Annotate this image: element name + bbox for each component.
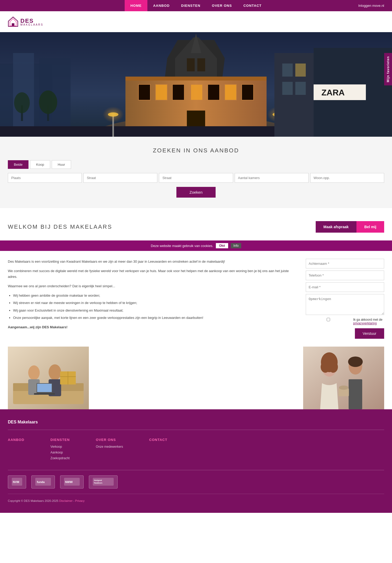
footer-link-aankoop[interactable]: Aankoop <box>50 451 70 454</box>
privacy-link[interactable]: privacyverklaring <box>353 321 377 325</box>
footer-col-contact: CONTACT <box>149 438 168 462</box>
bold-closing: Aangenaam...wij zijn DES Makelaars! <box>8 324 298 330</box>
straat-input-2[interactable] <box>159 173 233 183</box>
svg-point-59 <box>328 361 338 373</box>
footer-heading-aanbod: AANBOD <box>8 438 24 442</box>
svg-rect-40 <box>282 82 293 95</box>
top-navigation: HOME AANBOD DIENSTEN OVER ONS CONTACT In… <box>0 0 392 11</box>
footer-col-over-ons: OVER ONS Onze medewerkers <box>96 438 123 462</box>
kamers-input[interactable] <box>235 173 309 183</box>
email-field[interactable] <box>306 282 384 292</box>
cookie-banner: Deze website maakt gebruik van cookies. … <box>0 240 392 251</box>
welcome-buttons: Maak afspraak Bel mij <box>316 221 384 233</box>
hero-illustration: ZARA <box>0 32 392 137</box>
list-item-1: Wij hebben geen ambitie de grootste make… <box>13 293 298 298</box>
svg-rect-19 <box>155 84 167 100</box>
footer-link-medewerkers[interactable]: Onze medewerkers <box>96 445 123 449</box>
footer-links: AANBOD DIENSTEN Verkoop Aankoop Zoekopdr… <box>8 438 384 462</box>
svg-rect-24 <box>242 84 253 100</box>
achternaam-field[interactable] <box>306 259 384 268</box>
couple-sitting-image <box>8 347 89 409</box>
footer-heading-over-ons: OVER ONS <box>96 438 123 442</box>
hero-section: ZARA Mijn favorieten <box>0 32 392 137</box>
search-title: ZOEKEN IN ONS AANBOD <box>8 147 384 154</box>
images-section <box>0 347 392 409</box>
svg-point-45 <box>28 365 40 380</box>
footer-divider <box>8 430 384 430</box>
filter-beide[interactable]: Beide <box>8 160 28 169</box>
welcome-section: WELKOM BIJ DES MAKELAARS Maak afspraak B… <box>0 208 392 240</box>
logo-icon <box>8 16 18 27</box>
login-link[interactable]: Inloggen move.nl <box>358 4 384 8</box>
list-item-4: Onze persoonlijke aanpak, met korte lijn… <box>13 315 298 321</box>
list-item-3: Wij gaan voor Exclusiviteit in onze dien… <box>13 308 298 313</box>
svg-rect-71 <box>93 478 114 486</box>
bel-mij-button[interactable]: Bel mij <box>356 221 384 233</box>
svg-rect-54 <box>34 393 55 395</box>
logo-sub: MAKELAARS <box>20 23 43 26</box>
svg-text:funda: funda <box>37 480 45 484</box>
footer-link-verkoop[interactable]: Verkoop <box>50 445 70 449</box>
footer-logos: NVM funda NWWI Vastgoed Taxateurs <box>8 470 384 489</box>
nvm-logo: NVM <box>8 475 26 489</box>
svg-text:Taxateurs: Taxateurs <box>94 482 102 484</box>
plaats-input[interactable] <box>8 173 82 183</box>
svg-point-62 <box>348 357 363 367</box>
privacy-footer-link[interactable]: Privacy <box>75 499 85 502</box>
svg-rect-55 <box>303 347 384 409</box>
svg-text:NVM: NVM <box>13 480 19 484</box>
opmerkingen-field[interactable] <box>306 294 384 315</box>
hero-background: ZARA <box>0 32 392 137</box>
footer-brand: DES Makelaars <box>8 420 384 424</box>
svg-text:NWWI: NWWI <box>65 481 73 484</box>
search-inputs <box>8 173 384 183</box>
svg-rect-61 <box>349 379 362 409</box>
intro-1: Des Makelaars is een voortzetting van Kw… <box>8 259 298 265</box>
nav-contact[interactable]: CONTACT <box>238 0 267 11</box>
disclaimer-link[interactable]: Disclaimer <box>59 499 72 502</box>
svg-rect-2 <box>12 23 14 26</box>
content-area: Des Makelaars is een voortzetting van Kw… <box>0 251 392 347</box>
nav-diensten[interactable]: DIENSTEN <box>175 0 206 11</box>
woon-input[interactable] <box>310 173 384 183</box>
footer-col-aanbod: AANBOD <box>8 438 24 462</box>
site-header: DES MAKELAARS <box>0 11 392 32</box>
svg-point-11 <box>39 90 57 114</box>
intro-2: We combineren met succes de digitale wer… <box>8 268 298 280</box>
verstuur-button[interactable]: Verstuur <box>355 328 384 339</box>
search-section: ZOEKEN IN ONS AANBOD Beide Koop Huur Zoe… <box>0 137 392 208</box>
contact-form: Ik ga akkoord met de privacyverklaring V… <box>306 259 384 339</box>
maak-afspraak-button[interactable]: Maak afspraak <box>316 221 357 233</box>
privacy-checkbox-area: Ik ga akkoord met de privacyverklaring <box>306 318 384 325</box>
svg-rect-41 <box>295 82 306 95</box>
svg-text:Vastgoed: Vastgoed <box>94 479 102 481</box>
logo[interactable]: DES MAKELAARS <box>8 16 43 27</box>
filter-koop[interactable]: Koop <box>30 160 50 169</box>
nwwi-logo: NWWI <box>60 475 84 489</box>
filter-huur[interactable]: Huur <box>52 160 71 169</box>
cookie-ok-button[interactable]: Oké <box>216 243 228 248</box>
list-item-2: Wij streven er niet naar de meeste wonin… <box>13 300 298 306</box>
svg-point-47 <box>49 364 61 380</box>
nav-home[interactable]: HOME <box>125 0 147 11</box>
telefoon-field[interactable] <box>306 271 384 280</box>
mijn-favorieten-tab[interactable]: Mijn favorieten <box>384 53 392 85</box>
svg-rect-23 <box>225 84 237 100</box>
privacy-checkbox[interactable] <box>306 318 351 321</box>
svg-point-9 <box>14 92 30 113</box>
straat-input-1[interactable] <box>83 173 157 183</box>
welcome-title: WELKOM BIJ DES MAKELAARS <box>8 223 112 230</box>
svg-rect-16 <box>187 58 195 71</box>
cookie-info-button[interactable]: Info <box>231 243 241 248</box>
privacy-text: Ik ga akkoord met de privacyverklaring <box>353 318 384 325</box>
welcome-header: WELKOM BIJ DES MAKELAARS Maak afspraak B… <box>8 221 384 233</box>
content-left: Des Makelaars is een voortzetting van Kw… <box>8 259 298 339</box>
nav-aanbod[interactable]: AANBOD <box>147 0 175 11</box>
footer-link-zoekopdracht[interactable]: Zoekopdracht <box>50 456 70 460</box>
funda-logo: funda <box>31 475 55 489</box>
nav-over-ons[interactable]: OVER ONS <box>206 0 238 11</box>
svg-rect-20 <box>172 84 184 100</box>
svg-rect-26 <box>125 77 267 81</box>
nav-links: HOME AANBOD DIENSTEN OVER ONS CONTACT <box>125 0 267 11</box>
search-button[interactable]: Zoeken <box>176 187 216 198</box>
